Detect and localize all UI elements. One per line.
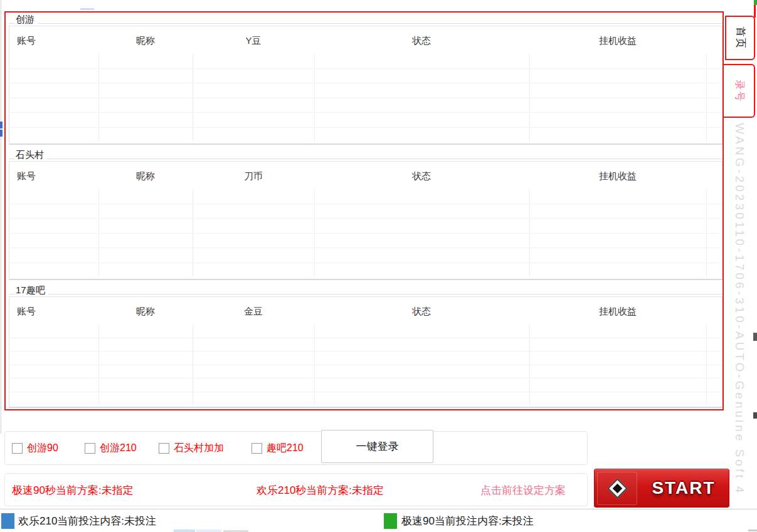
checkbox-box[interactable] [159, 443, 169, 454]
table-row [9, 248, 722, 263]
group-title-shitoucun: 石头村 [14, 149, 47, 161]
account-table-quba[interactable]: 账号 昵称 金豆 状态 挂机收益 [9, 296, 723, 408]
screen-edge-artifact [754, 5, 756, 18]
screen-edge-artifact [196, 529, 221, 532]
table-row [9, 204, 722, 219]
table-body [9, 325, 722, 405]
screen-edge-artifact [753, 333, 757, 341]
screen-edge-artifact [748, 529, 757, 531]
license-watermark: WANG-20230110-1706-310-AUTO-Genuine Soft… [733, 123, 746, 532]
groupbox-border [9, 23, 723, 24]
login-options-bar: 创游90 创游210 石头村加加 趣吧210 [4, 431, 588, 465]
diamond-icon [607, 478, 628, 499]
screen-edge-artifact [754, 0, 757, 5]
checkbox-label: 石头村加加 [174, 442, 224, 455]
table-row [9, 219, 722, 234]
status-bar: 欢乐210当前投注内容:未投注 极速90当前投注内容:未投注 [0, 509, 757, 532]
table-row [9, 98, 722, 113]
column-header[interactable]: 昵称 [136, 306, 155, 318]
table-row [9, 113, 722, 128]
checkbox-chuangyou90[interactable]: 创游90 [12, 432, 58, 464]
screen-edge-artifact [753, 412, 757, 419]
group-title-chuangyou: 创游 [14, 14, 38, 26]
table-row [9, 365, 722, 379]
column-header[interactable]: 账号 [17, 306, 36, 318]
column-header[interactable]: Y豆 [245, 35, 261, 47]
table-row [9, 352, 722, 365]
checkbox-box[interactable] [12, 443, 23, 454]
checkbox-chuangyou210[interactable]: 创游210 [85, 432, 137, 464]
table-body [9, 189, 722, 277]
happy210-plan-status: 欢乐210秒当前方案:未指定 [257, 482, 384, 497]
speed90-plan-status: 极速90秒当前方案:未指定 [12, 482, 134, 497]
table-row [9, 325, 722, 338]
groupbox-border [9, 159, 723, 159]
table-row [9, 234, 722, 249]
table-row [9, 378, 722, 392]
tab-record-label: 录号 [733, 80, 746, 102]
column-header[interactable]: 状态 [412, 306, 431, 318]
table-row [9, 54, 722, 69]
start-button-tile[interactable] [597, 472, 637, 505]
table-row [9, 263, 722, 278]
checkbox-box[interactable] [251, 443, 262, 454]
table-row [9, 189, 722, 204]
one-key-login-button[interactable]: 一键登录 [321, 430, 433, 463]
account-table-chuangyou[interactable]: 账号 昵称 Y豆 状态 挂机收益 [9, 26, 723, 145]
app-window: 创游 账号 昵称 Y豆 状态 挂机收益 石头村 账号 昵称 刀币 状态 挂机收益 [0, 0, 757, 532]
table-row [9, 83, 722, 98]
column-header[interactable]: 状态 [412, 35, 431, 47]
column-header[interactable]: 昵称 [136, 170, 155, 182]
screen-edge-artifact [174, 529, 195, 532]
happy210-bet-status: 欢乐210当前投注内容:未投注 [18, 514, 156, 528]
goto-plan-link[interactable]: 点击前往设定方案 [480, 482, 566, 497]
column-header[interactable]: 挂机收益 [599, 35, 637, 47]
screen-edge-artifact [0, 130, 3, 137]
checkbox-quba210[interactable]: 趣吧210 [251, 432, 304, 464]
column-header[interactable]: 账号 [17, 35, 36, 47]
tab-home-label: 首页 [734, 27, 747, 50]
group-title-quba: 17趣吧 [14, 284, 48, 296]
start-button-label: START [638, 469, 729, 507]
checkbox-box[interactable] [85, 443, 95, 454]
table-row [9, 128, 722, 142]
groupbox-border [9, 294, 723, 295]
table-row [9, 69, 722, 84]
speed90-status-chip [384, 513, 397, 529]
column-header[interactable]: 刀币 [244, 170, 263, 182]
account-table-shitoucun[interactable]: 账号 昵称 刀币 状态 挂机收益 [9, 161, 723, 280]
table-body [9, 54, 722, 142]
checkbox-label: 创游210 [100, 442, 137, 455]
start-button[interactable]: START [594, 469, 729, 508]
screen-edge-artifact [1, 0, 1, 434]
plan-bar: 极速90秒当前方案:未指定 欢乐210秒当前方案:未指定 点击前往设定方案 [4, 473, 588, 506]
checkbox-shitoucun[interactable]: 石头村加加 [159, 432, 224, 464]
column-header[interactable]: 昵称 [136, 35, 155, 47]
table-row [9, 338, 722, 352]
column-header[interactable]: 挂机收益 [599, 170, 637, 182]
table-row [9, 392, 722, 405]
column-header[interactable]: 挂机收益 [599, 306, 637, 318]
column-header[interactable]: 金豆 [244, 306, 263, 318]
checkbox-label: 趣吧210 [267, 442, 304, 455]
screen-edge-artifact [0, 122, 3, 128]
happy210-status-chip [1, 513, 14, 529]
tab-home[interactable]: 首页 [725, 16, 755, 60]
tab-record[interactable]: 录号 [724, 64, 755, 118]
checkbox-label: 创游90 [27, 442, 58, 455]
column-header[interactable]: 账号 [17, 170, 36, 182]
screen-edge-artifact [80, 8, 94, 10]
speed90-bet-status: 极速90当前投注内容:未投注 [401, 514, 534, 528]
column-header[interactable]: 状态 [412, 170, 431, 182]
